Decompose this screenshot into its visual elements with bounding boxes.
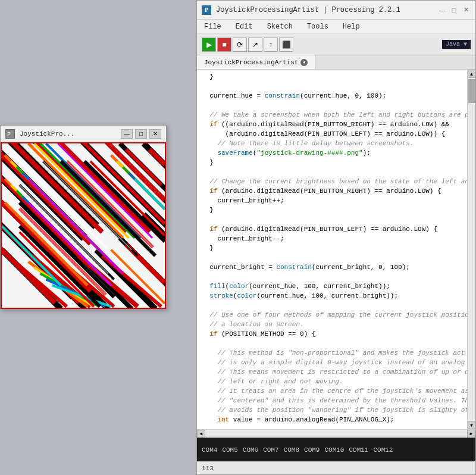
window-title: JoystickProcessingArtist | Processing 2.… [216, 6, 433, 14]
code-line: stroke(color(current_hue, 100, current_b… [197, 291, 467, 301]
menu-bar: File Edit Sketch Tools Help [197, 20, 475, 34]
open-button[interactable]: ↗ [248, 38, 262, 52]
com10[interactable]: COM10 [324, 446, 344, 454]
code-line: current_bright++; [197, 196, 467, 205]
sketch-title-bar: P JoystickPro... — □ ✕ [1, 126, 166, 142]
scroll-up-arrow[interactable]: ▲ [468, 70, 476, 78]
code-line: // Change the current brightness based o… [197, 177, 467, 186]
processing-window: P JoystickProcessingArtist | Processing … [196, 0, 476, 475]
scroll-right-arrow[interactable]: ▶ [467, 430, 475, 438]
com5[interactable]: COM5 [222, 446, 237, 454]
code-line [197, 424, 467, 429]
menu-edit[interactable]: Edit [233, 23, 255, 31]
code-line: int value = arduino.analogRead(PIN_ANALO… [197, 415, 467, 424]
line-number: 113 [202, 465, 214, 472]
code-line [197, 167, 467, 177]
sketch-window-controls: — □ ✕ [121, 129, 161, 139]
restore-button[interactable]: □ [449, 5, 459, 15]
tab-close-button[interactable]: ● [300, 59, 308, 66]
tab-label: JoystickProcessingArtist [204, 59, 298, 66]
code-line: // This means movement is restricted to … [197, 367, 467, 377]
code-editor[interactable]: } current_hue = constrain(current_hue, 0… [197, 70, 467, 429]
java-mode-selector[interactable]: Java ▼ [442, 40, 471, 49]
code-line: // It treats an area in the centre of th… [197, 386, 467, 396]
code-line: // "centered" and this is determined by … [197, 396, 467, 405]
menu-tools[interactable]: Tools [305, 23, 331, 31]
vertical-scrollbar[interactable]: ▲ ▼ [467, 70, 475, 429]
export-button[interactable]: ⬛ [279, 38, 293, 52]
code-line: // Use one of four methods of mapping th… [197, 310, 467, 320]
code-line: } [197, 72, 467, 82]
code-line [197, 272, 467, 282]
horizontal-scrollbar[interactable]: ◀ ▶ [197, 429, 475, 438]
tab-main[interactable]: JoystickProcessingArtist ● [197, 55, 315, 69]
com9[interactable]: COM9 [304, 446, 320, 454]
sketch-window: P JoystickPro... — □ ✕ [0, 125, 167, 310]
scroll-left-arrow[interactable]: ◀ [197, 430, 205, 438]
com4[interactable]: COM4 [202, 446, 217, 454]
code-line [197, 339, 467, 348]
stop-button[interactable]: ■ [217, 38, 231, 52]
com7[interactable]: COM7 [263, 446, 278, 454]
status-bar: 113 [197, 461, 475, 474]
run-button[interactable]: ▶ [202, 38, 216, 52]
code-line: // is only a simple digital 8-way joysti… [197, 358, 467, 367]
title-bar: P JoystickProcessingArtist | Processing … [197, 1, 475, 20]
title-bar-controls: — □ ✕ [437, 5, 471, 15]
menu-file[interactable]: File [202, 23, 224, 31]
sketch-restore-button[interactable]: □ [135, 129, 147, 139]
sketch-close-button[interactable]: ✕ [149, 129, 161, 139]
code-line: if (POSITION_METHOD == 0) { [197, 329, 467, 339]
code-line: // avoids the position "wandering" if th… [197, 405, 467, 415]
code-line: } [197, 205, 467, 215]
menu-help[interactable]: Help [340, 23, 362, 31]
code-line: if ((arduino.digitalRead(PIN_BUTTON_RIGH… [197, 120, 467, 129]
code-line [197, 82, 467, 91]
scroll-down-arrow[interactable]: ▼ [468, 421, 476, 429]
java-mode-label: Java ▼ [446, 41, 467, 48]
code-line: // This method is "non-proportional" and… [197, 348, 467, 358]
code-line: current_bright = constrain(current_brigh… [197, 262, 467, 272]
code-line: if (arduino.digitalRead(PIN_BUTTON_LEFT)… [197, 224, 467, 234]
processing-icon: P [202, 5, 211, 15]
sketch-canvas [1, 142, 166, 309]
sketch-artwork [2, 143, 165, 308]
scroll-thumb-v[interactable] [468, 79, 475, 103]
code-line: // a location on screen. [197, 320, 467, 329]
code-line: } [197, 158, 467, 167]
code-line: // left or right and not moving. [197, 377, 467, 386]
minimize-button[interactable]: — [437, 5, 447, 15]
code-line: // Note there is little delay between sc… [197, 139, 467, 148]
code-area-wrapper: } current_hue = constrain(current_hue, 0… [197, 70, 475, 429]
code-line: // We take a screenshot when both the le… [197, 110, 467, 120]
menu-sketch[interactable]: Sketch [265, 23, 295, 31]
toolbar: ▶ ■ ⟳ ↗ ↑ ⬛ Java ▼ [197, 34, 475, 55]
sketch-window-icon: P [5, 129, 15, 139]
save-button[interactable]: ↑ [264, 38, 278, 52]
scroll-track-v [468, 78, 475, 421]
com11[interactable]: COM11 [349, 446, 368, 454]
com8[interactable]: COM8 [284, 446, 299, 454]
close-button[interactable]: ✕ [461, 5, 471, 15]
code-line [197, 253, 467, 262]
scroll-track-h [205, 430, 467, 438]
code-line: current_hue = constrain(current_hue, 0, … [197, 91, 467, 101]
code-line: fill(color(current_hue, 100, current_bri… [197, 282, 467, 291]
svg-text:P: P [7, 132, 11, 138]
code-line [197, 101, 467, 110]
code-line: current_bright--; [197, 234, 467, 243]
code-line: (arduino.digitalRead(PIN_BUTTON_LEFT) ==… [197, 129, 467, 139]
new-button[interactable]: ⟳ [233, 38, 247, 52]
com-port-bar: COM4 COM5 COM6 COM7 COM8 COM9 COM10 COM1… [197, 438, 475, 461]
com6[interactable]: COM6 [243, 446, 258, 454]
sketch-minimize-button[interactable]: — [121, 129, 133, 139]
tab-bar: JoystickProcessingArtist ● [197, 55, 475, 70]
com12[interactable]: COM12 [373, 446, 393, 454]
code-line [197, 301, 467, 310]
code-line: if (arduino.digitalRead(PIN_BUTTON_RIGHT… [197, 186, 467, 196]
code-line [197, 215, 467, 224]
code-line: } [197, 243, 467, 253]
sketch-window-title: JoystickPro... [20, 130, 116, 138]
code-line: saveFrame("joystick-drawing-####.png"); [197, 148, 467, 158]
